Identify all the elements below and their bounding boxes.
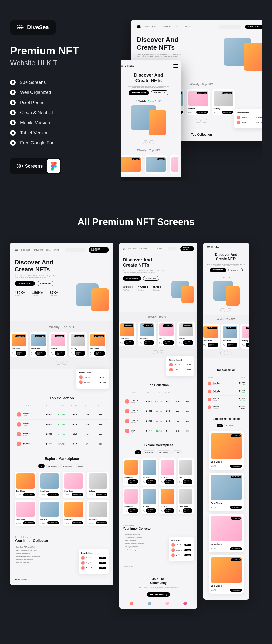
recent-row: Juliya S.◆ 5,327 — [237, 121, 262, 124]
market-card[interactable]: NuEvey◆ 1.25PLACE BID — [178, 458, 194, 486]
follow-button[interactable]: Follow — [184, 549, 191, 551]
market-card[interactable]: Sun-Glass◆ 1.75PLACE BID — [141, 458, 157, 486]
prev-button[interactable]: ‹ — [196, 119, 201, 123]
explore-button[interactable]: EXPLORE MORE — [129, 90, 149, 95]
market-card[interactable]: Sun-Glass◆ 1.75PLACE BID — [87, 500, 109, 526]
market-card[interactable]: Sun-Glass◆ 1.75PLACE BID — [63, 500, 85, 526]
seller-row: Trevor Pu.Follow — [171, 553, 191, 557]
market-card[interactable]: NuEvey◆ 1.25PLACE BID — [87, 472, 109, 498]
check-icon — [10, 140, 16, 146]
hero-description: Discover, Create and Sell NFTs On Our NF… — [137, 54, 182, 57]
hero-artwork — [224, 38, 262, 71]
nft-card[interactable]: 07h 09m 12sSun-Glass◆ 1.75PLACE BID — [209, 555, 244, 594]
check-icon — [10, 120, 16, 125]
hero-title: Premium NFT — [10, 45, 111, 57]
nft-card[interactable]: 07h 09m 12sNuEvey◆ 1.25PLACE BID — [49, 332, 67, 357]
cta-button[interactable]: 30+ Screens — [10, 158, 61, 174]
nft-card[interactable]: 07h 09m 12sNuEvey◆ 1.25PLACE BID — [240, 324, 249, 349]
all-screens-title: All Premium NFT Screens — [10, 217, 262, 228]
seller-row: Trevor Pu.Follow — [81, 566, 106, 570]
nft-card[interactable]: 07h 09m 12sSun-Glass◆ 1.75PLACE BID — [203, 324, 220, 349]
hero-subtitle: Website UI KIT — [10, 59, 111, 67]
nft-card[interactable]: 07h 09m 12sSun-Glass◆ 1.75PLACE BID — [138, 322, 156, 346]
feature-item: Well Organized — [10, 90, 111, 95]
table-row[interactable]: Alex Ca.By Alex◆ 4,780+ 27.78%◆ 7.93.4K9… — [123, 426, 194, 436]
table-row[interactable]: Alex Ca.By Alex◆ 4,780+ 27.78%◆ 7.93.4K9… — [123, 406, 194, 416]
feature-item: Clean & Neat UI — [10, 110, 111, 115]
menu-icon[interactable] — [242, 246, 246, 248]
nft-card[interactable]: 07h 09m 12sSun-Glass◆ 1.75PLACE BID — [10, 332, 28, 357]
nav-link[interactable]: CREATORS — [160, 26, 171, 28]
nft-card[interactable]: 07h 09m 12sNuEvey◆ 1.25PLACE BID — [187, 89, 210, 115]
table-row[interactable]: Alex Ca.By Alex◆ 8,456+ 27.78%◆ 3.52.2K5… — [15, 410, 109, 420]
nft-card[interactable]: 07h 09m 12sSun-Glass◆ 1.75PLACE BID — [209, 473, 244, 511]
table-row[interactable]: Alex Ca.By Alex◆ 4,780+ 27.78%◆ 7.93.4K9… — [15, 439, 109, 449]
follow-button[interactable]: Follow — [184, 554, 191, 556]
create-nft-button[interactable]: CREATE NFT — [151, 90, 168, 95]
table-row[interactable]: Alex Ca.By Alex◆ 8,456+27.78% — [207, 380, 246, 388]
filter-all[interactable]: All — [38, 464, 45, 468]
follow-button[interactable]: Follow — [99, 567, 106, 569]
table-row[interactable]: Juliya S.By Juliya◆ 5,327-32.01% — [207, 403, 246, 411]
market-card[interactable]: Sun-Glass◆ 1.75PLACE BID — [178, 487, 194, 514]
table-row[interactable]: Alex Ca.By Alex◆ 8,456+ 27.78%◆ 3.52.2K5… — [123, 397, 194, 406]
check-icon — [10, 90, 16, 95]
table-row[interactable]: Alex Ca.By Alex◆ 4,780+ 27.78%◆ 7.93.4K9… — [15, 420, 109, 429]
filter-price[interactable]: $ Price — [76, 464, 85, 468]
search-input[interactable] — [218, 25, 241, 29]
nft-card[interactable]: 07h 09m 12sSun-Glass◆ 1.75PLACE BID — [209, 514, 244, 552]
nav-link[interactable]: DISCOVER — [145, 26, 156, 28]
nft-card[interactable]: 07h 09m 12sSun-Glass◆ 1.75PLACE BID — [30, 332, 47, 357]
follow-button[interactable]: Follow — [99, 557, 106, 559]
nft-card[interactable]: 07h 09m 12sSun-Glass◆ 1.75PLACE BID — [221, 324, 239, 349]
table-row[interactable]: Juliya S.By Juliya◆ 5,327+32.01% — [207, 388, 246, 396]
filter-category[interactable]: ▦ Category — [46, 464, 59, 468]
nft-card[interactable]: 07h 09m 12sNuEvey◆ 1.25PLACE BID — [177, 322, 195, 346]
brand-name: DiveSea — [27, 24, 49, 31]
nft-card[interactable]: 07h 09m 12sSun-Glass◆ 1.75PLACE BID — [119, 322, 136, 346]
follow-button[interactable]: Follow — [184, 544, 191, 546]
nft-card[interactable]: 07h 09m 12sNuEvey◆ 1.25PLACE BID — [69, 332, 87, 357]
next-button[interactable]: › — [149, 140, 154, 144]
market-card[interactable]: Sun-Glass◆ 1.75PLACE BID — [159, 458, 176, 486]
seller-row: Juliya S.Follow — [171, 548, 191, 552]
feature-item: Free Google Font — [10, 140, 111, 146]
table-row[interactable]: Alex Ca.By Alex◆ 8,456+ 27.78%◆ 3.52.2K5… — [123, 416, 194, 426]
nav-link[interactable]: SELL — [175, 26, 180, 28]
market-card[interactable]: NuEvey◆ 1.25PLACE BID — [39, 500, 60, 526]
seller-row: Juliya S.Follow — [81, 561, 106, 565]
recent-viewed-popup: Recent Viewed Alex Ca.◆ 8,456Juliya S.◆ … — [234, 109, 262, 128]
nft-card[interactable]: 07h 09m 12sSun-Glass◆ 1.75PLACE BID — [209, 431, 244, 470]
market-card[interactable]: Sun-Glass◆ 1.75PLACE BID — [15, 500, 36, 526]
figma-icon — [47, 159, 60, 173]
tablet-screen: DISCOVERCREATORSSELLSTATS CONNECT WALLET… — [119, 243, 197, 609]
nav-link[interactable]: STATS — [184, 26, 190, 28]
market-card[interactable]: Sun-Glass◆ 1.75PLACE BID — [159, 487, 176, 514]
market-card[interactable]: Sun-Glass◆ 1.75PLACE BID — [39, 472, 60, 498]
market-card[interactable]: Sun-Glass◆ 1.75PLACE BID — [63, 472, 85, 498]
feature-item: Mobile Version — [10, 120, 111, 125]
join-button[interactable]: Join Our Community — [147, 592, 170, 597]
prev-button[interactable]: ‹ — [143, 140, 148, 144]
recent-row: Alex Ca.◆ 8,456 — [237, 116, 262, 119]
check-icon — [10, 130, 16, 136]
menu-icon[interactable] — [173, 64, 178, 68]
recent-row: Juliya S.◆ 5,327 — [79, 380, 106, 384]
market-card[interactable]: Sun-Glass◆ 1.75PLACE BID — [15, 472, 36, 498]
market-card[interactable]: Sun-Glass◆ 1.75PLACE BID — [123, 487, 139, 514]
nft-card[interactable]: 07h 09m 12sNuEvey◆ 1.25PLACE BID — [212, 89, 235, 115]
market-card[interactable]: NuEvey◆ 1.25PLACE BID — [141, 487, 157, 514]
nft-card[interactable]: 07h 09m 12sSun-Glass◆ 1.75PLACE BID — [89, 332, 106, 357]
market-card[interactable]: Sun-Glass◆ 1.75PLACE BID — [123, 458, 139, 486]
filter-collection[interactable]: ▦ Collection — [60, 464, 74, 468]
follow-button[interactable]: Follow — [99, 562, 106, 564]
brand-badge: DiveSea — [10, 20, 56, 35]
next-button[interactable]: › — [202, 119, 207, 123]
connect-wallet-button[interactable]: CONNECT WALLET — [245, 25, 262, 29]
table-row[interactable]: Alex Ca.By Alex◆ 8,456+27.78% — [207, 396, 246, 403]
feature-item: Pixel Perfect — [10, 100, 111, 105]
svg-point-0 — [54, 165, 57, 168]
table-row[interactable]: Alex Ca.By Alex◆ 8,456+ 27.78%◆ 3.52.2K5… — [15, 429, 109, 439]
feature-item: Tablet Version — [10, 130, 111, 136]
nft-card[interactable]: 07h 09m 12sNuEvey◆ 1.25PLACE BID — [158, 322, 175, 346]
